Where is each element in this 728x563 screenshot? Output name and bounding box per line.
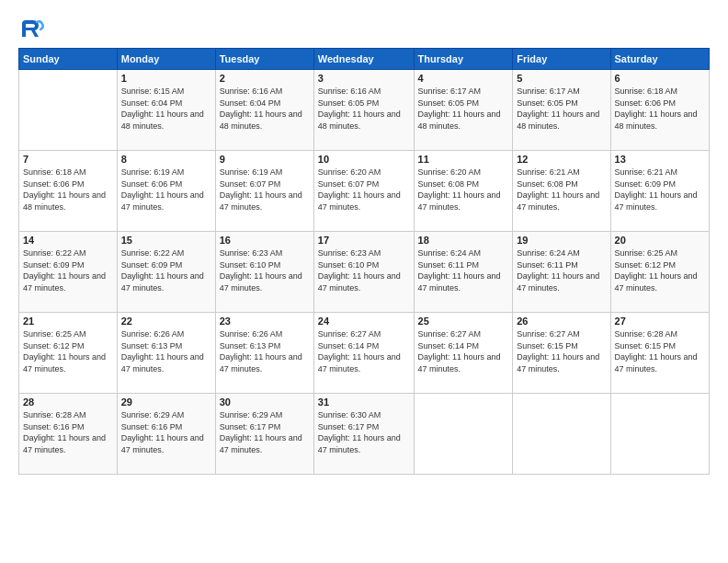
day-number: 25 bbox=[418, 316, 509, 327]
table-row bbox=[513, 394, 610, 475]
day-info: Sunrise: 6:18 AM Sunset: 6:06 PM Dayligh… bbox=[615, 86, 705, 132]
table-row bbox=[414, 394, 513, 475]
day-number: 31 bbox=[318, 396, 410, 408]
day-info: Sunrise: 6:19 AM Sunset: 6:07 PM Dayligh… bbox=[220, 167, 310, 213]
table-row: 9Sunrise: 6:19 AM Sunset: 6:07 PM Daylig… bbox=[215, 151, 313, 232]
table-row: 16Sunrise: 6:23 AM Sunset: 6:10 PM Dayli… bbox=[215, 232, 313, 313]
day-number: 17 bbox=[318, 235, 410, 246]
table-row: 30Sunrise: 6:29 AM Sunset: 6:17 PM Dayli… bbox=[215, 394, 313, 475]
day-number: 7 bbox=[23, 154, 113, 165]
day-number: 23 bbox=[220, 316, 310, 327]
day-number: 5 bbox=[517, 73, 606, 84]
day-info: Sunrise: 6:29 AM Sunset: 6:17 PM Dayligh… bbox=[220, 409, 310, 455]
day-number: 20 bbox=[615, 235, 705, 246]
day-info: Sunrise: 6:17 AM Sunset: 6:05 PM Dayligh… bbox=[418, 86, 509, 132]
table-row: 7Sunrise: 6:18 AM Sunset: 6:06 PM Daylig… bbox=[19, 151, 118, 232]
calendar-week-row: 21Sunrise: 6:25 AM Sunset: 6:12 PM Dayli… bbox=[19, 313, 710, 394]
calendar-week-row: 14Sunrise: 6:22 AM Sunset: 6:09 PM Dayli… bbox=[19, 232, 710, 313]
table-row: 2Sunrise: 6:16 AM Sunset: 6:04 PM Daylig… bbox=[215, 70, 313, 151]
day-info: Sunrise: 6:29 AM Sunset: 6:16 PM Dayligh… bbox=[121, 409, 211, 455]
day-number: 27 bbox=[615, 316, 705, 327]
table-row: 19Sunrise: 6:24 AM Sunset: 6:11 PM Dayli… bbox=[513, 232, 610, 313]
table-row: 23Sunrise: 6:26 AM Sunset: 6:13 PM Dayli… bbox=[215, 313, 313, 394]
day-info: Sunrise: 6:21 AM Sunset: 6:08 PM Dayligh… bbox=[517, 167, 606, 213]
table-row: 11Sunrise: 6:20 AM Sunset: 6:08 PM Dayli… bbox=[414, 151, 513, 232]
calendar-header-row: Sunday Monday Tuesday Wednesday Thursday… bbox=[19, 49, 710, 70]
day-info: Sunrise: 6:23 AM Sunset: 6:10 PM Dayligh… bbox=[318, 247, 410, 293]
day-number: 14 bbox=[23, 235, 113, 246]
day-info: Sunrise: 6:26 AM Sunset: 6:13 PM Dayligh… bbox=[121, 328, 211, 374]
day-number: 24 bbox=[318, 316, 410, 327]
day-info: Sunrise: 6:24 AM Sunset: 6:11 PM Dayligh… bbox=[418, 247, 509, 293]
table-row: 22Sunrise: 6:26 AM Sunset: 6:13 PM Dayli… bbox=[117, 313, 215, 394]
day-info: Sunrise: 6:27 AM Sunset: 6:14 PM Dayligh… bbox=[418, 328, 509, 374]
day-number: 10 bbox=[318, 154, 410, 165]
day-number: 8 bbox=[121, 154, 211, 165]
col-wednesday: Wednesday bbox=[313, 49, 414, 70]
table-row: 14Sunrise: 6:22 AM Sunset: 6:09 PM Dayli… bbox=[19, 232, 118, 313]
day-info: Sunrise: 6:21 AM Sunset: 6:09 PM Dayligh… bbox=[615, 167, 705, 213]
day-number: 11 bbox=[418, 154, 509, 165]
day-number: 16 bbox=[220, 235, 310, 246]
table-row: 1Sunrise: 6:15 AM Sunset: 6:04 PM Daylig… bbox=[117, 70, 215, 151]
logo-icon bbox=[18, 17, 44, 42]
day-number: 4 bbox=[418, 73, 509, 84]
day-number: 12 bbox=[517, 154, 606, 165]
day-info: Sunrise: 6:18 AM Sunset: 6:06 PM Dayligh… bbox=[23, 167, 113, 213]
calendar-week-row: 7Sunrise: 6:18 AM Sunset: 6:06 PM Daylig… bbox=[19, 151, 710, 232]
table-row: 15Sunrise: 6:22 AM Sunset: 6:09 PM Dayli… bbox=[117, 232, 215, 313]
day-number: 18 bbox=[418, 235, 509, 246]
calendar-table: Sunday Monday Tuesday Wednesday Thursday… bbox=[18, 48, 710, 475]
day-number: 22 bbox=[121, 316, 211, 327]
day-info: Sunrise: 6:28 AM Sunset: 6:15 PM Dayligh… bbox=[615, 328, 705, 374]
day-number: 1 bbox=[121, 73, 211, 84]
day-info: Sunrise: 6:28 AM Sunset: 6:16 PM Dayligh… bbox=[23, 409, 113, 455]
table-row: 20Sunrise: 6:25 AM Sunset: 6:12 PM Dayli… bbox=[610, 232, 709, 313]
table-row: 5Sunrise: 6:17 AM Sunset: 6:05 PM Daylig… bbox=[513, 70, 610, 151]
table-row: 31Sunrise: 6:30 AM Sunset: 6:17 PM Dayli… bbox=[313, 394, 414, 475]
day-number: 21 bbox=[23, 316, 113, 327]
day-number: 29 bbox=[121, 396, 211, 408]
day-info: Sunrise: 6:22 AM Sunset: 6:09 PM Dayligh… bbox=[121, 247, 211, 293]
day-info: Sunrise: 6:15 AM Sunset: 6:04 PM Dayligh… bbox=[121, 86, 211, 132]
day-info: Sunrise: 6:23 AM Sunset: 6:10 PM Dayligh… bbox=[220, 247, 310, 293]
calendar-week-row: 28Sunrise: 6:28 AM Sunset: 6:16 PM Dayli… bbox=[19, 394, 710, 475]
col-saturday: Saturday bbox=[610, 49, 709, 70]
day-info: Sunrise: 6:30 AM Sunset: 6:17 PM Dayligh… bbox=[318, 409, 410, 455]
table-row: 10Sunrise: 6:20 AM Sunset: 6:07 PM Dayli… bbox=[313, 151, 414, 232]
table-row: 29Sunrise: 6:29 AM Sunset: 6:16 PM Dayli… bbox=[117, 394, 215, 475]
day-number: 9 bbox=[220, 154, 310, 165]
col-thursday: Thursday bbox=[414, 49, 513, 70]
table-row: 21Sunrise: 6:25 AM Sunset: 6:12 PM Dayli… bbox=[19, 313, 118, 394]
table-row: 26Sunrise: 6:27 AM Sunset: 6:15 PM Dayli… bbox=[513, 313, 610, 394]
table-row: 6Sunrise: 6:18 AM Sunset: 6:06 PM Daylig… bbox=[610, 70, 709, 151]
table-row: 17Sunrise: 6:23 AM Sunset: 6:10 PM Dayli… bbox=[313, 232, 414, 313]
col-friday: Friday bbox=[513, 49, 610, 70]
day-info: Sunrise: 6:16 AM Sunset: 6:05 PM Dayligh… bbox=[318, 86, 410, 132]
page-header bbox=[18, 17, 710, 42]
table-row: 24Sunrise: 6:27 AM Sunset: 6:14 PM Dayli… bbox=[313, 313, 414, 394]
table-row bbox=[610, 394, 709, 475]
day-number: 3 bbox=[318, 73, 410, 84]
table-row: 3Sunrise: 6:16 AM Sunset: 6:05 PM Daylig… bbox=[313, 70, 414, 151]
day-number: 30 bbox=[220, 396, 310, 408]
day-info: Sunrise: 6:27 AM Sunset: 6:14 PM Dayligh… bbox=[318, 328, 410, 374]
day-info: Sunrise: 6:16 AM Sunset: 6:04 PM Dayligh… bbox=[220, 86, 310, 132]
day-info: Sunrise: 6:20 AM Sunset: 6:08 PM Dayligh… bbox=[418, 167, 509, 213]
col-tuesday: Tuesday bbox=[215, 49, 313, 70]
day-info: Sunrise: 6:25 AM Sunset: 6:12 PM Dayligh… bbox=[615, 247, 705, 293]
table-row: 28Sunrise: 6:28 AM Sunset: 6:16 PM Dayli… bbox=[19, 394, 118, 475]
day-info: Sunrise: 6:19 AM Sunset: 6:06 PM Dayligh… bbox=[121, 167, 211, 213]
day-info: Sunrise: 6:20 AM Sunset: 6:07 PM Dayligh… bbox=[318, 167, 410, 213]
day-info: Sunrise: 6:26 AM Sunset: 6:13 PM Dayligh… bbox=[220, 328, 310, 374]
table-row: 27Sunrise: 6:28 AM Sunset: 6:15 PM Dayli… bbox=[610, 313, 709, 394]
calendar-week-row: 1Sunrise: 6:15 AM Sunset: 6:04 PM Daylig… bbox=[19, 70, 710, 151]
table-row: 8Sunrise: 6:19 AM Sunset: 6:06 PM Daylig… bbox=[117, 151, 215, 232]
day-info: Sunrise: 6:22 AM Sunset: 6:09 PM Dayligh… bbox=[23, 247, 113, 293]
day-info: Sunrise: 6:17 AM Sunset: 6:05 PM Dayligh… bbox=[517, 86, 606, 132]
day-info: Sunrise: 6:24 AM Sunset: 6:11 PM Dayligh… bbox=[517, 247, 606, 293]
day-number: 15 bbox=[121, 235, 211, 246]
day-number: 26 bbox=[517, 316, 606, 327]
day-number: 13 bbox=[615, 154, 705, 165]
table-row: 12Sunrise: 6:21 AM Sunset: 6:08 PM Dayli… bbox=[513, 151, 610, 232]
